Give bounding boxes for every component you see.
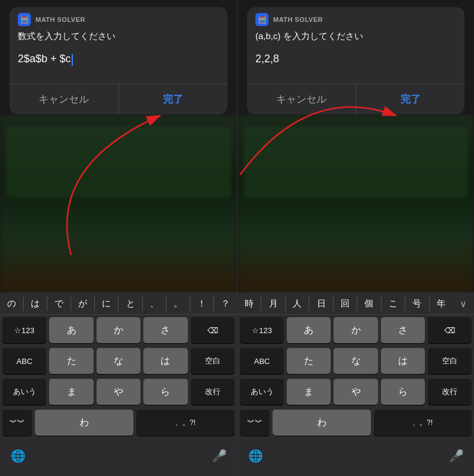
left-key-123[interactable]: ☆123 xyxy=(2,317,46,343)
left-confirm-button[interactable]: 完了 xyxy=(119,84,228,114)
left-suggestion-6[interactable]: 、 xyxy=(142,297,166,311)
right-key-ya[interactable]: や xyxy=(334,379,377,405)
right-prompt: (a,b,c) を入力してください xyxy=(247,30,465,48)
right-keyboard-rows: ☆123 あ か さ ⌫ ABC た な は 空白 あいう ま や ら 改行 xyxy=(238,315,474,436)
left-key-enter[interactable]: 改行 xyxy=(191,379,235,405)
left-suggestion-1[interactable]: は xyxy=(23,297,47,311)
left-key-a[interactable]: あ xyxy=(49,317,93,343)
right-suggestion-7[interactable]: 号 xyxy=(405,297,428,311)
left-suggestion-5[interactable]: と xyxy=(118,297,142,311)
right-key-enter[interactable]: 改行 xyxy=(428,379,472,405)
left-key-punct[interactable]: 、。?! xyxy=(136,410,235,436)
left-key-ka[interactable]: か xyxy=(97,317,140,343)
left-input-text: 2$a$b + $c xyxy=(18,53,71,65)
left-keyboard-bottom: 🌐 🎤 xyxy=(0,440,237,470)
left-input-area[interactable]: 2$a$b + $c xyxy=(9,48,228,84)
left-key-aiueo[interactable]: あいう xyxy=(2,379,46,405)
right-suggestion-2[interactable]: 人 xyxy=(285,297,309,311)
left-key-delete[interactable]: ⌫ xyxy=(191,317,235,343)
right-key-123[interactable]: ☆123 xyxy=(240,317,284,343)
left-suggestion-0[interactable]: の xyxy=(0,297,23,311)
left-row-4: ︾︾ わ 、。?! xyxy=(2,410,235,436)
left-key-abc[interactable]: ABC xyxy=(2,348,46,374)
right-key-na[interactable]: な xyxy=(334,348,377,374)
left-mic-icon[interactable]: 🎤 xyxy=(207,444,231,468)
right-input-area[interactable]: 2,2,8 xyxy=(247,48,465,84)
right-key-abc[interactable]: ABC xyxy=(240,348,284,374)
left-key-ta[interactable]: た xyxy=(49,348,93,374)
right-suggestion-3[interactable]: 日 xyxy=(309,297,332,311)
left-key-ra[interactable]: ら xyxy=(143,379,187,405)
left-dialog: 🧮 MATH SOLVER 数式を入力してください 2$a$b + $c キャン… xyxy=(9,7,228,114)
left-app-name: MATH SOLVER xyxy=(36,16,85,23)
left-app-icon: 🧮 xyxy=(18,13,31,26)
right-dialog: 🧮 MATH SOLVER (a,b,c) を入力してください 2,2,8 キャ… xyxy=(247,7,465,114)
left-suggestion-2[interactable]: で xyxy=(47,297,71,311)
left-key-ya[interactable]: や xyxy=(97,379,140,405)
left-suggestions-bar: の は で が に と 、 。 ！ ？ xyxy=(0,292,237,315)
left-key-sa[interactable]: さ xyxy=(143,317,187,343)
left-cursor xyxy=(72,54,73,66)
right-suggestion-6[interactable]: こ xyxy=(381,297,405,311)
left-dialog-header: 🧮 MATH SOLVER xyxy=(9,7,228,30)
left-key-wa[interactable]: わ xyxy=(35,410,133,436)
left-suggestion-8[interactable]: ！ xyxy=(190,297,213,311)
left-panel: 🧮 MATH SOLVER 数式を入力してください 2$a$b + $c キャン… xyxy=(0,0,237,476)
right-row-3: あいう ま や ら 改行 xyxy=(240,379,472,405)
right-suggestions-bar: 時 月 人 日 回 個 こ 号 年 ∨ xyxy=(238,292,474,315)
left-keyboard: の は で が に と 、 。 ！ ？ ☆123 あ か さ ⌫ ABC た な… xyxy=(0,292,237,476)
left-row-2: ABC た な は 空白 xyxy=(2,348,235,374)
right-app-name: MATH SOLVER xyxy=(273,16,323,23)
right-keyboard: 時 月 人 日 回 個 こ 号 年 ∨ ☆123 あ か さ ⌫ ABC た な… xyxy=(238,292,474,476)
left-key-hat[interactable]: ︾︾ xyxy=(2,410,32,436)
right-confirm-button[interactable]: 完了 xyxy=(356,84,465,114)
right-mic-icon[interactable]: 🎤 xyxy=(444,444,468,468)
left-row-1: ☆123 あ か さ ⌫ xyxy=(2,317,235,343)
right-row-1: ☆123 あ か さ ⌫ xyxy=(240,317,472,343)
right-cancel-button[interactable]: キャンセル xyxy=(247,84,356,114)
right-key-a[interactable]: あ xyxy=(287,317,331,343)
right-chevron-icon[interactable]: ∨ xyxy=(453,297,474,311)
right-key-hat[interactable]: ︾︾ xyxy=(240,410,270,436)
left-globe-icon[interactable]: 🌐 xyxy=(6,444,30,468)
left-cancel-button[interactable]: キャンセル xyxy=(9,84,119,114)
right-key-ha[interactable]: は xyxy=(381,348,425,374)
right-suggestion-4[interactable]: 回 xyxy=(333,297,357,311)
left-suggestion-4[interactable]: に xyxy=(94,297,118,311)
left-suggestion-3[interactable]: が xyxy=(71,297,94,311)
right-suggestion-5[interactable]: 個 xyxy=(357,297,380,311)
right-key-sa[interactable]: さ xyxy=(381,317,425,343)
right-key-ra[interactable]: ら xyxy=(381,379,425,405)
right-suggestion-1[interactable]: 月 xyxy=(261,297,284,311)
left-keyboard-rows: ☆123 あ か さ ⌫ ABC た な は 空白 あいう ま や ら 改行 xyxy=(0,315,237,436)
right-dialog-header: 🧮 MATH SOLVER xyxy=(247,7,465,30)
right-key-aiueo[interactable]: あいう xyxy=(240,379,284,405)
right-dialog-buttons: キャンセル 完了 xyxy=(247,84,465,114)
left-row-3: あいう ま や ら 改行 xyxy=(2,379,235,405)
right-key-wa[interactable]: わ xyxy=(273,410,371,436)
right-keyboard-bottom: 🌐 🎤 xyxy=(238,440,474,470)
left-key-ha[interactable]: は xyxy=(143,348,187,374)
right-globe-icon[interactable]: 🌐 xyxy=(244,444,267,468)
right-key-ma[interactable]: ま xyxy=(287,379,331,405)
left-dialog-buttons: キャンセル 完了 xyxy=(9,84,228,114)
left-key-space[interactable]: 空白 xyxy=(191,348,235,374)
left-key-na[interactable]: な xyxy=(97,348,140,374)
right-key-ka[interactable]: か xyxy=(334,317,377,343)
left-suggestion-7[interactable]: 。 xyxy=(166,297,190,311)
right-app-icon: 🧮 xyxy=(255,13,268,26)
right-key-punct[interactable]: 、。?! xyxy=(374,410,472,436)
right-suggestion-8[interactable]: 年 xyxy=(429,297,453,311)
right-bg-content xyxy=(238,114,474,292)
right-key-ta[interactable]: た xyxy=(287,348,331,374)
right-input-text: 2,2,8 xyxy=(255,53,279,65)
left-bg-overlay xyxy=(6,126,231,197)
right-suggestion-0[interactable]: 時 xyxy=(238,297,261,311)
left-suggestion-9[interactable]: ？ xyxy=(213,297,237,311)
right-key-delete[interactable]: ⌫ xyxy=(428,317,472,343)
left-bg-content xyxy=(0,114,237,292)
right-row-4: ︾︾ わ 、。?! xyxy=(240,410,472,436)
right-key-space[interactable]: 空白 xyxy=(428,348,472,374)
left-key-ma[interactable]: ま xyxy=(49,379,93,405)
right-row-2: ABC た な は 空白 xyxy=(240,348,472,374)
